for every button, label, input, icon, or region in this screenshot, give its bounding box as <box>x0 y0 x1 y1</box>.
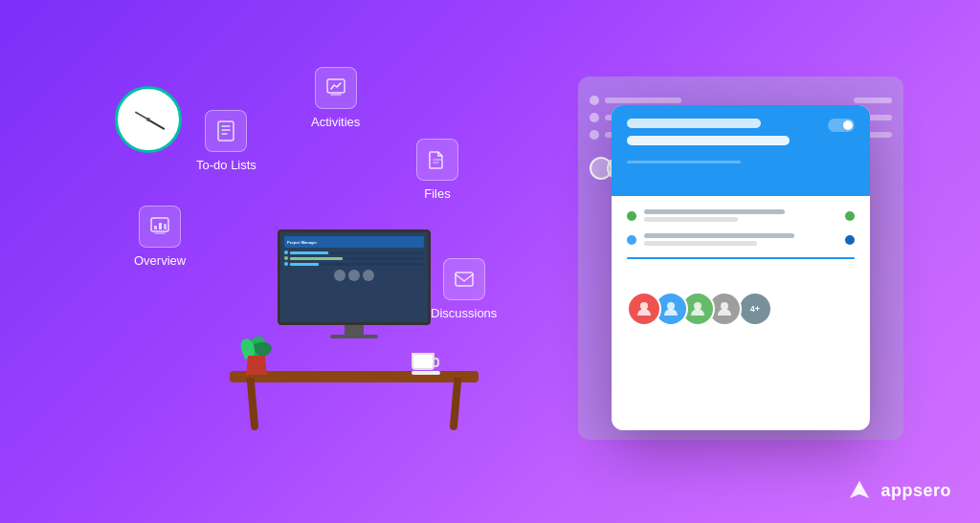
list-item-2 <box>627 233 855 246</box>
item-bar-1 <box>644 217 738 222</box>
left-scene: To-do Lists Activities Files <box>57 57 536 469</box>
card-divider <box>627 257 855 259</box>
overview-icon <box>139 206 181 248</box>
item-bars-1 <box>644 209 832 222</box>
item-bar-accent-1 <box>644 209 785 214</box>
item-status-dot-2 <box>845 235 855 245</box>
desk-scene: Project Manager <box>230 229 479 440</box>
avatar-1 <box>627 292 661 326</box>
monitor: Project Manager <box>278 229 431 335</box>
svg-point-2 <box>220 129 222 131</box>
item-dot-green <box>627 211 636 221</box>
svg-point-9 <box>640 302 648 310</box>
card-body <box>612 196 870 280</box>
header-bar-1 <box>627 119 761 128</box>
feature-files: Files <box>416 139 458 201</box>
feature-activities: Activities <box>311 67 360 129</box>
svg-rect-5 <box>154 226 157 229</box>
brand-name-text: appsero <box>880 481 951 501</box>
feature-overview: Overview <box>134 206 186 268</box>
svg-rect-7 <box>164 224 167 229</box>
activities-icon <box>315 67 357 109</box>
appsero-logo-icon <box>846 477 873 504</box>
monitor-stand <box>345 325 364 335</box>
avatar-extra-count: 4+ <box>738 292 772 326</box>
monitor-screen: Project Manager <box>278 229 431 325</box>
list-item-1 <box>627 209 855 222</box>
item-dot-blue <box>627 235 636 245</box>
monitor-base <box>330 335 378 338</box>
main-ui-card: 4+ <box>612 105 870 430</box>
todo-label: To-do Lists <box>196 158 256 172</box>
feature-todo: To-do Lists <box>196 110 256 172</box>
svg-point-12 <box>721 302 728 310</box>
item-status-dot-1 <box>845 211 855 221</box>
card-footer: 4+ <box>612 280 870 338</box>
files-label: Files <box>424 186 450 201</box>
toggle-switch[interactable] <box>828 119 855 132</box>
brand-logo-area: appsero <box>846 477 951 504</box>
table-leg-right <box>450 378 462 430</box>
activities-label: Activities <box>311 115 360 129</box>
svg-point-1 <box>220 125 222 127</box>
plant-decoration <box>239 331 274 375</box>
item-bar-accent-2 <box>644 233 794 238</box>
svg-rect-0 <box>218 121 234 141</box>
overview-label: Overview <box>134 253 186 268</box>
clock-icon <box>115 86 182 153</box>
card-header <box>612 105 870 196</box>
avatar-count-label: 4+ <box>750 304 760 314</box>
todo-icon <box>205 110 247 152</box>
clock-center-dot <box>146 118 150 121</box>
files-icon <box>416 139 458 181</box>
svg-point-10 <box>667 302 675 310</box>
item-bars-2 <box>644 233 832 246</box>
clock-minute-hand <box>148 119 166 129</box>
coffee-cup <box>412 353 440 375</box>
svg-rect-6 <box>159 223 162 229</box>
header-bar-2 <box>627 136 790 145</box>
table-leg-left <box>247 378 259 430</box>
item-bar-2 <box>644 241 757 246</box>
svg-point-11 <box>694 302 702 310</box>
right-scene: 4+ <box>559 48 923 469</box>
